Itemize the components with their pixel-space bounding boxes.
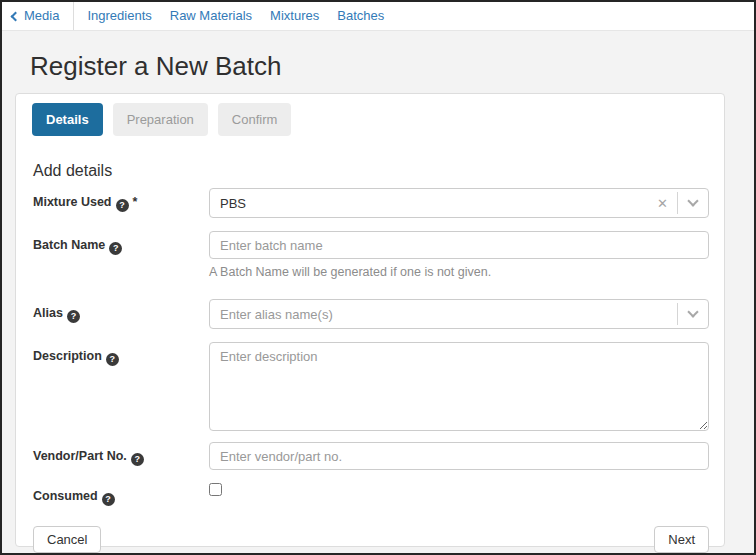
next-button[interactable]: Next: [654, 526, 709, 553]
help-icon[interactable]: [106, 353, 119, 366]
mixture-used-label: Mixture Used*: [32, 188, 209, 212]
nav-back-media[interactable]: Media: [10, 2, 69, 30]
nav-link-mixtures[interactable]: Mixtures: [261, 2, 328, 30]
row-mixture-used: Mixture Used* PBS: [32, 188, 709, 218]
alias-placeholder: Enter alias name(s): [220, 307, 677, 322]
row-alias: Alias Enter alias name(s): [32, 299, 709, 329]
alias-multiselect[interactable]: Enter alias name(s): [209, 299, 709, 329]
register-batch-panel: Details Preparation Confirm Add details …: [15, 93, 725, 547]
row-vendor-part-no: Vendor/Part No.: [32, 442, 709, 470]
consumed-checkbox[interactable]: [209, 483, 222, 496]
mixture-used-value: PBS: [220, 196, 648, 211]
vendor-part-no-input[interactable]: [209, 442, 709, 470]
vendor-part-no-label: Vendor/Part No.: [32, 442, 209, 466]
nav-link-batches[interactable]: Batches: [328, 2, 393, 30]
alias-label: Alias: [32, 299, 209, 323]
help-icon[interactable]: [102, 493, 115, 506]
required-marker: *: [133, 195, 138, 209]
page-title: Register a New Batch: [30, 50, 754, 82]
section-title: Add details: [33, 162, 709, 180]
nav-link-ingredients[interactable]: Ingredients: [78, 2, 160, 30]
app-window: Media Ingredients Raw Materials Mixtures…: [0, 0, 756, 555]
mixture-used-dropdown-toggle[interactable]: [678, 201, 708, 205]
help-icon[interactable]: [116, 199, 129, 212]
page-body: Register a New Batch Details Preparation…: [2, 31, 754, 553]
top-nav: Media Ingredients Raw Materials Mixtures…: [2, 2, 754, 31]
nav-separator: [73, 2, 74, 30]
description-label: Description: [32, 342, 209, 366]
clear-x-icon[interactable]: [648, 196, 677, 211]
row-description: Description: [32, 342, 709, 431]
row-consumed: Consumed: [32, 482, 709, 514]
chevron-down-icon: [687, 195, 698, 206]
help-icon[interactable]: [131, 453, 144, 466]
cancel-button[interactable]: Cancel: [33, 526, 101, 553]
batch-name-help-text: A Batch Name will be generated if one is…: [209, 265, 709, 280]
nav-link-raw-materials[interactable]: Raw Materials: [161, 2, 261, 30]
batch-name-input[interactable]: [209, 231, 709, 259]
chevron-down-icon: [687, 306, 698, 317]
chevron-left-icon: [11, 12, 21, 22]
nav-back-label: Media: [24, 2, 59, 30]
tab-details[interactable]: Details: [32, 103, 103, 136]
help-icon[interactable]: [67, 310, 80, 323]
tab-confirm[interactable]: Confirm: [218, 103, 292, 136]
tab-preparation[interactable]: Preparation: [113, 103, 208, 136]
row-batch-name: Batch Name A Batch Name will be generate…: [32, 231, 709, 280]
wizard-tabs: Details Preparation Confirm: [32, 103, 709, 136]
alias-dropdown-toggle[interactable]: [678, 312, 708, 316]
help-icon[interactable]: [109, 242, 122, 255]
description-textarea[interactable]: [209, 342, 709, 431]
panel-footer: Cancel Next: [32, 526, 709, 553]
batch-name-label: Batch Name: [32, 231, 209, 255]
consumed-label: Consumed: [32, 482, 209, 506]
mixture-used-select[interactable]: PBS: [209, 188, 709, 218]
